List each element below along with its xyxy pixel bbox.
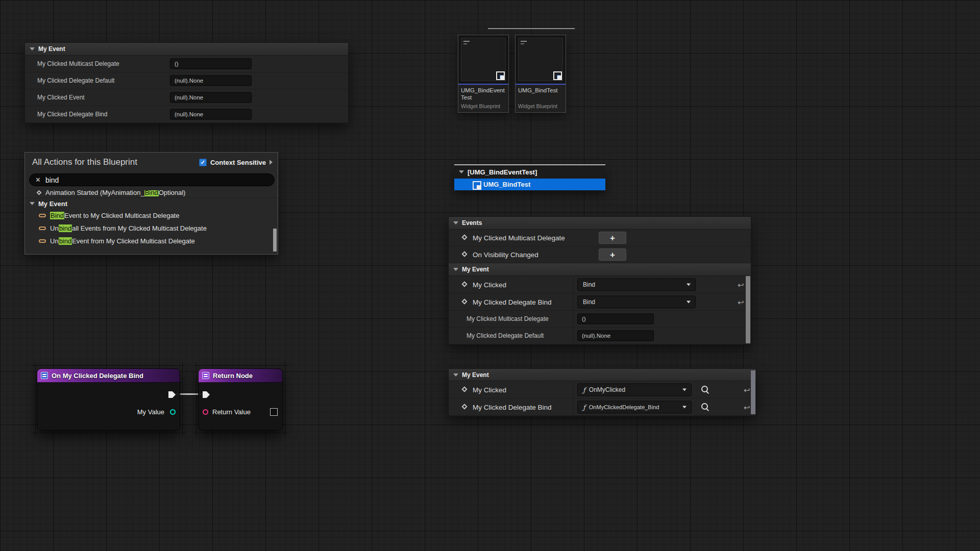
property-label: My Clicked Event <box>37 94 85 101</box>
category-header-my-event[interactable]: My Event <box>25 43 348 56</box>
widget-preview <box>461 38 506 81</box>
search-input[interactable]: bind <box>45 176 59 184</box>
chevron-down-icon <box>682 388 687 391</box>
delegate-bind-row: My Clicked Bind ↩ <box>449 276 751 293</box>
result-highlight: bind <box>59 224 72 232</box>
details-scrollbar-thumb[interactable] <box>751 370 755 414</box>
pin-label: My Value <box>137 408 164 416</box>
alignment-guide <box>285 362 285 437</box>
pin-label: Return Value <box>212 408 251 416</box>
event-label: On Visibility Changed <box>473 251 538 259</box>
category-header-my-event[interactable]: My Event <box>449 263 751 276</box>
dropdown-value: Bind <box>583 298 595 306</box>
collapse-arrow-icon <box>30 202 35 205</box>
search-result-clipped[interactable]: Animation Started (MyAnimation_BindOptio… <box>25 190 278 198</box>
reset-to-default-icon[interactable]: ↩ <box>744 403 750 411</box>
result-category-my-event[interactable]: My Event <box>25 198 278 209</box>
blueprint-graph-background[interactable]: My Event My Clicked Multicast Delegate (… <box>0 0 980 551</box>
expand-options-icon[interactable] <box>270 160 273 165</box>
property-value-field[interactable]: () <box>170 59 252 69</box>
actions-scrollbar-thumb[interactable] <box>273 229 277 252</box>
bool-input-pin[interactable] <box>203 409 208 415</box>
property-row: My Clicked Delegate Default (null).None <box>25 72 348 89</box>
search-result-item[interactable]: Unbind all Events from My Clicked Multic… <box>25 222 278 235</box>
dropdown-value: OnMyClickedDelegate_Bind <box>589 404 659 410</box>
browse-to-function-icon[interactable] <box>701 385 710 394</box>
event-row: On Visibility Changed + <box>449 246 751 263</box>
property-row: My Clicked Multicast Delegate () <box>25 56 348 72</box>
alignment-guide <box>35 362 36 437</box>
bool-default-checkbox[interactable] <box>270 408 278 416</box>
category-header-my-event[interactable]: My Event <box>449 369 756 381</box>
result-highlight: Bind <box>144 190 159 196</box>
result-text: Event from My Clicked Multicast Delegate <box>72 237 195 245</box>
property-label: My Clicked Multicast Delegate <box>37 60 119 67</box>
asset-type: Widget Blueprint <box>516 102 566 112</box>
exec-output-pin[interactable] <box>168 391 176 398</box>
search-box[interactable]: ✕ bind <box>29 173 275 186</box>
property-row: My Clicked Event (null).None <box>25 89 348 106</box>
property-value-field[interactable]: (null).None <box>170 92 252 103</box>
search-result-item[interactable]: Unbind Event from My Clicked Multicast D… <box>25 235 278 247</box>
plus-icon: + <box>610 234 615 242</box>
result-text: Un <box>50 237 59 245</box>
property-label: My Clicked Delegate Default <box>37 77 114 84</box>
bound-function-dropdown[interactable]: ƒ OnMyClicked <box>577 383 692 396</box>
bound-function-row: My Clicked Delegate Bind ƒ OnMyClickedDe… <box>449 398 756 416</box>
asset-name: UMG_BindEventTest <box>458 85 508 102</box>
bind-dropdown[interactable]: Bind <box>577 278 696 291</box>
alignment-guide <box>32 433 186 433</box>
reset-to-default-icon[interactable]: ↩ <box>738 298 744 306</box>
dropdown-value: Bind <box>583 281 595 288</box>
bind-dropdown[interactable]: Bind <box>577 295 696 308</box>
asset-thumbnail <box>516 35 566 85</box>
all-actions-menu: All Actions for this Blueprint ✓ Context… <box>24 152 278 255</box>
column-divider <box>573 328 574 344</box>
property-label: My Clicked Delegate Default <box>467 332 544 339</box>
property-value-field[interactable]: (null).None <box>170 76 252 86</box>
reset-to-default-icon[interactable]: ↩ <box>744 386 750 393</box>
delegate-icon <box>461 251 467 257</box>
alignment-guide <box>194 365 289 366</box>
alignment-guide <box>194 433 289 433</box>
context-sensitive-checkbox[interactable]: ✓ <box>199 159 207 166</box>
property-value-field[interactable]: (null).None <box>170 109 252 120</box>
hierarchy-selected-item[interactable]: UMG_BindTest <box>454 179 605 190</box>
reset-to-default-icon[interactable]: ↩ <box>738 281 744 288</box>
clear-search-icon[interactable]: ✕ <box>35 176 41 184</box>
node-header[interactable]: On My Clicked Delegate Bind <box>37 369 180 383</box>
browse-to-function-icon[interactable] <box>701 403 710 412</box>
category-title: My Event <box>38 45 65 53</box>
asset-card[interactable]: UMG_BindEventTest Widget Blueprint <box>458 35 509 113</box>
delegate-icon <box>39 239 46 243</box>
add-event-binding-button[interactable]: + <box>599 248 626 261</box>
hierarchy-root-item[interactable]: [UMG_BindEventTest] <box>454 165 605 179</box>
delegate-output-pin[interactable] <box>170 409 176 415</box>
function-icon: ƒ <box>583 403 585 411</box>
event-row: My Clicked Multicast Delegate + <box>449 230 751 246</box>
result-highlight: Bind <box>50 212 64 219</box>
node-on-my-clicked-delegate-bind[interactable]: On My Clicked Delegate Bind My Value <box>37 368 180 431</box>
asset-card[interactable]: UMG_BindTest Widget Blueprint <box>515 35 566 113</box>
actions-result-list: Animation Started (MyAnimation_BindOptio… <box>25 190 278 247</box>
property-value-field[interactable]: (null).None <box>577 331 654 341</box>
property-label: My Clicked Multicast Delegate <box>467 315 549 322</box>
function-icon: ƒ <box>583 386 585 393</box>
property-row: My Clicked Delegate Default (null).None <box>449 328 751 344</box>
search-result-item[interactable]: Bind Event to My Clicked Multicast Deleg… <box>25 209 278 222</box>
bound-function-dropdown[interactable]: ƒ OnMyClickedDelegate_Bind <box>577 400 692 413</box>
exec-input-pin[interactable] <box>203 391 210 398</box>
details-scrollbar-thumb[interactable] <box>746 276 750 343</box>
context-sensitive-label: Context Sensitive <box>210 159 266 166</box>
widget-blueprint-icon <box>496 71 503 78</box>
node-header[interactable]: Return Node <box>199 369 282 383</box>
property-row: My Clicked Delegate Bind (null).None <box>25 106 348 123</box>
delegate-label: My Clicked <box>473 281 506 288</box>
node-return-node[interactable]: Return Node Return Value <box>198 368 283 431</box>
property-value-field[interactable]: () <box>577 314 654 324</box>
delegate-label: My Clicked Delegate Bind <box>473 403 552 411</box>
panel-edge-line <box>488 28 575 29</box>
add-event-binding-button[interactable]: + <box>599 232 626 244</box>
context-sensitive-group: ✓ Context Sensitive <box>199 153 273 172</box>
category-header-events[interactable]: Events <box>449 217 751 230</box>
